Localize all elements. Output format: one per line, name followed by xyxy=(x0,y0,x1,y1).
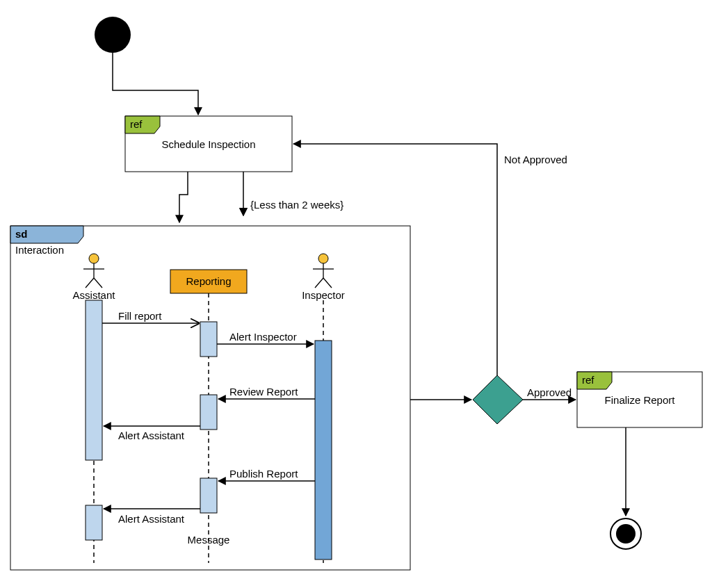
decision-node xyxy=(473,375,523,424)
svg-point-9 xyxy=(318,254,328,263)
activation-reporting-3 xyxy=(200,478,217,513)
message-footer-label: Message xyxy=(188,534,230,546)
actor-assistant-label: Assistant xyxy=(73,289,116,301)
interaction-overview-diagram: ref Schedule Inspection {Less than 2 wee… xyxy=(0,0,712,588)
final-node xyxy=(610,518,641,549)
msg-review-report-label: Review Report xyxy=(229,386,298,398)
approved-label: Approved xyxy=(527,386,572,398)
constraint-label: {Less than 2 weeks} xyxy=(250,199,343,211)
interaction-frame-tag: sd xyxy=(15,228,28,240)
msg-alert-assistant-1-label: Alert Assistant xyxy=(118,430,185,441)
schedule-inspection-frame: ref Schedule Inspection xyxy=(125,116,292,172)
finalize-frame-title: Finalize Report xyxy=(605,394,676,406)
interaction-frame-title: Interaction xyxy=(15,244,64,256)
svg-point-16 xyxy=(616,524,636,544)
activation-assistant-main xyxy=(86,300,102,460)
component-reporting-label: Reporting xyxy=(186,275,231,287)
finalize-frame-tag: ref xyxy=(582,374,594,386)
activation-reporting-1 xyxy=(200,322,217,357)
initial-node xyxy=(95,17,131,53)
msg-alert-inspector-label: Alert Inspector xyxy=(229,331,297,343)
finalize-report-frame: ref Finalize Report xyxy=(577,372,702,427)
activation-assistant-small xyxy=(86,505,102,540)
activation-inspector xyxy=(315,341,332,560)
svg-point-3 xyxy=(89,254,99,263)
msg-publish-report-label: Publish Report xyxy=(229,468,298,480)
component-reporting: Reporting xyxy=(170,270,247,293)
edge-schedule-to-interaction xyxy=(179,172,188,222)
schedule-frame-tag: ref xyxy=(130,118,143,130)
activation-reporting-2 xyxy=(200,395,217,430)
msg-fill-report-label: Fill report xyxy=(118,310,162,322)
not-approved-label: Not Approved xyxy=(504,154,567,165)
svg-point-0 xyxy=(95,17,131,53)
actor-inspector-label: Inspector xyxy=(302,289,345,301)
msg-alert-assistant-2-label: Alert Assistant xyxy=(118,513,185,525)
edge-initial-to-schedule xyxy=(113,53,198,115)
schedule-frame-title: Schedule Inspection xyxy=(161,138,255,150)
